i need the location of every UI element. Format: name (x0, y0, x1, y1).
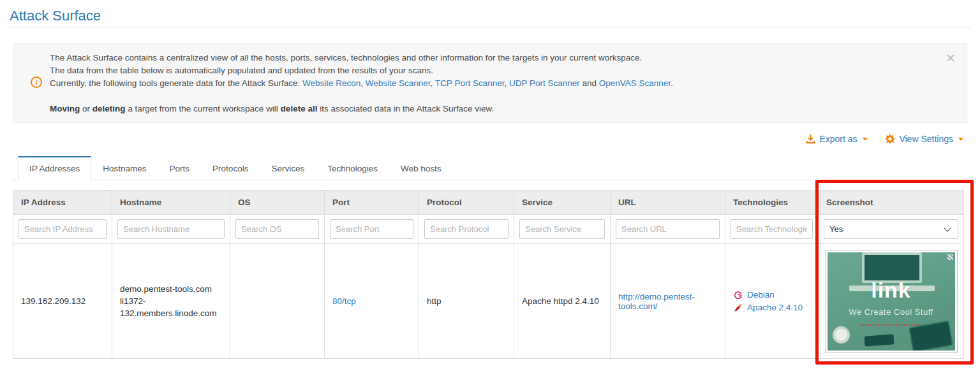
technology-link-debian[interactable]: Debian (747, 289, 775, 301)
download-icon (806, 134, 815, 144)
search-protocol-input[interactable] (424, 219, 509, 239)
cell-port: 80/tcp (325, 244, 419, 359)
table-row: 139.162.209.132 demo.pentest-tools.com l… (13, 244, 964, 359)
view-settings-button[interactable]: View Settings (885, 134, 963, 144)
cell-os (230, 244, 325, 359)
tab-hostnames[interactable]: Hostnames (91, 156, 158, 180)
link-tcp-port-scanner[interactable]: TCP Port Scanner (435, 78, 505, 88)
info-tools-line: Currently, the following tools generate … (50, 77, 928, 90)
tools-line-prefix: Currently, the following tools generate … (50, 78, 302, 88)
search-port-input[interactable] (330, 219, 413, 239)
cell-ip-address: 139.162.209.132 (13, 244, 112, 359)
cell-service: Apache httpd 2.4.10 (514, 244, 611, 359)
search-hostname-input[interactable] (117, 219, 225, 239)
view-settings-label: View Settings (899, 134, 953, 144)
port-link[interactable]: 80/tcp (332, 296, 356, 306)
export-as-button[interactable]: Export as (806, 134, 867, 144)
info-line-1: The Attack Surface contains a centralize… (50, 52, 928, 64)
technology-item-apache: Apache 2.4.10 (733, 302, 810, 314)
url-link[interactable]: http://demo.pentest-tools.com/ (618, 292, 695, 311)
close-icon[interactable]: × (945, 49, 956, 67)
header-port: Port (325, 191, 419, 215)
debian-icon (733, 291, 743, 300)
cell-screenshot: link We Create Cool Stuff (819, 244, 964, 359)
tab-ip-addresses[interactable]: IP Addresses (18, 156, 91, 180)
header-os: OS (230, 191, 325, 215)
search-ip-address-input[interactable] (19, 219, 107, 239)
gear-icon (885, 134, 895, 144)
info-banner: i × The Attack Surface contains a centra… (13, 43, 967, 123)
technology-item-debian: Debian (733, 289, 810, 301)
tab-web-hosts[interactable]: Web hosts (389, 156, 453, 180)
thumbnail-red-text-line (860, 324, 923, 326)
website-screenshot-image: link We Create Cool Stuff (828, 252, 955, 351)
table-toolbar: Export as View Settings (0, 133, 963, 148)
info-icon: i (31, 76, 42, 88)
tab-protocols[interactable]: Protocols (201, 156, 260, 180)
link-openvas-scanner[interactable]: OpenVAS Scanner (599, 78, 671, 88)
info-line-2: The data from the table below is automat… (50, 64, 928, 77)
header-screenshot: Screenshot (819, 191, 964, 215)
search-url-input[interactable] (616, 219, 720, 239)
screenshot-thumbnail[interactable]: link We Create Cool Stuff (825, 250, 958, 353)
tab-technologies[interactable]: Technologies (316, 156, 389, 180)
attack-surface-tabs: IP Addresses Hostnames Ports Protocols S… (11, 156, 969, 180)
header-hostname: Hostname (112, 191, 230, 215)
thumbnail-site-title: link (828, 278, 955, 303)
filter-row: Yes (13, 215, 964, 244)
phone-shape (864, 334, 894, 346)
technology-link-apache[interactable]: Apache 2.4.10 (747, 302, 803, 314)
hostname-primary: demo.pentest-tools.com (120, 283, 222, 295)
header-url: URL (611, 191, 725, 215)
search-os-input[interactable] (235, 219, 319, 239)
link-website-scanner[interactable]: Website Scanner (366, 78, 431, 88)
header-service: Service (514, 191, 611, 215)
caret-down-icon (863, 138, 868, 141)
broken-image-icon (947, 254, 954, 261)
search-service-input[interactable] (519, 219, 605, 239)
link-website-recon[interactable]: Website Recon (302, 78, 360, 88)
tab-services[interactable]: Services (260, 156, 316, 180)
apache-icon (733, 303, 743, 312)
screenshot-filter-select[interactable]: Yes (824, 219, 958, 239)
caret-down-icon (958, 138, 963, 141)
cell-protocol: http (419, 244, 514, 359)
coffee-cup-shape (833, 326, 850, 344)
link-udp-port-scanner[interactable]: UDP Port Scanner (509, 78, 580, 88)
info-warning-line: Moving or deleting a target from the cur… (50, 103, 928, 115)
header-protocol: Protocol (419, 191, 514, 215)
cell-technologies: Debian Apache 2.4.10 (725, 244, 819, 359)
attack-surface-table: IP Address Hostname OS Port Protocol Ser… (13, 190, 964, 359)
thumbnail-site-subtitle: We Create Cool Stuff (828, 307, 955, 317)
hostname-secondary: li1372-132.members.linode.com (120, 295, 222, 319)
tab-ports[interactable]: Ports (158, 156, 202, 180)
header-technologies: Technologies (725, 191, 819, 215)
header-ip-address: IP Address (13, 191, 112, 215)
page-title: Attack Surface (0, 0, 980, 27)
header-row: IP Address Hostname OS Port Protocol Ser… (13, 191, 964, 215)
search-technologies-input[interactable] (731, 219, 813, 239)
title-divider (9, 27, 971, 27)
cell-hostname: demo.pentest-tools.com li1372-132.member… (112, 244, 230, 359)
cell-url: http://demo.pentest-tools.com/ (611, 244, 725, 359)
export-as-label: Export as (819, 134, 857, 144)
